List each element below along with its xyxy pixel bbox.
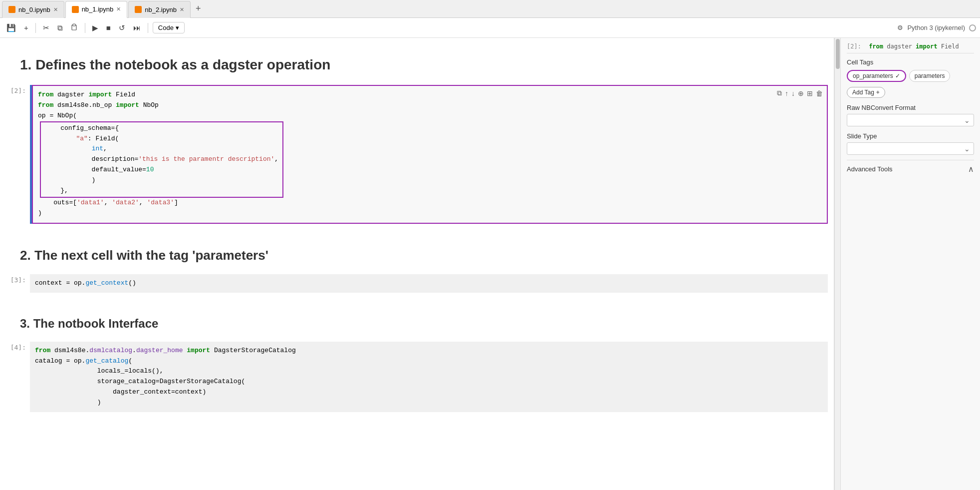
tag-op-parameters[interactable]: op_parameters ✓ — [847, 70, 906, 82]
cell-type-label: Code — [158, 24, 174, 31]
cell-tags-section-title: Cell Tags — [847, 58, 974, 66]
slide-type-wrapper: Slide Sub-Slide Fragment Skip Notes — [847, 142, 974, 155]
tab-nb1[interactable]: nb_1.ipynb ✕ — [65, 1, 128, 18]
cell2-right-section[interactable]: ⧉ ↑ ↓ ⊕ ⊞ 🗑 from dagster import Field fr… — [32, 85, 828, 224]
cell2-toolbar: ⧉ ↑ ↓ ⊕ ⊞ 🗑 — [777, 89, 823, 97]
restart-button[interactable]: ↺ — [116, 22, 128, 34]
copy-button[interactable]: ⧉ — [55, 22, 65, 34]
tag-op-parameters-label: op_parameters — [853, 72, 893, 79]
stop-button[interactable]: ■ — [104, 22, 113, 33]
tab-close-nb0[interactable]: ✕ — [53, 6, 58, 13]
raw-nbconvert-label: Raw NBConvert Format — [847, 104, 974, 111]
restart-run-button[interactable]: ⏭ — [131, 22, 143, 33]
cut-button[interactable]: ✂ — [40, 22, 52, 34]
kernel-info: ⚙ Python 3 (ipykernel) — [897, 24, 976, 31]
heading2-section: 2. The next cell with the tag 'parameter… — [0, 230, 834, 263]
heading1: 1. Defines the notebook as a dagster ope… — [20, 56, 814, 74]
tag-parameters[interactable]: parameters — [909, 70, 951, 82]
heading3-section: 3. The notbook Interface — [0, 299, 834, 331]
advanced-tools-section[interactable]: Advanced Tools ∧ — [847, 160, 974, 178]
notebook-inner: 1. Defines the notebook as a dagster ope… — [0, 38, 834, 438]
raw-nbconvert-select[interactable]: Markdown reST HTML LaTeX Script — [847, 114, 974, 126]
cell-type-selector[interactable]: Code ▾ — [153, 22, 185, 33]
add-tag-plus: + — [876, 89, 880, 96]
cell4-wrapper: [4]: from dsml4s8e.dsmlcatalog.dagster_h… — [0, 336, 834, 418]
save-button[interactable]: 💾 — [4, 22, 18, 34]
tab-nb2[interactable]: nb_2.ipynb ✕ — [128, 1, 191, 18]
code-cell-4: [4]: from dsml4s8e.dsmlcatalog.dagster_h… — [6, 342, 828, 412]
cell2-delete-btn[interactable]: 🗑 — [816, 89, 823, 97]
slide-type-label: Slide Type — [847, 132, 974, 140]
scrollbar-thumb[interactable] — [836, 39, 840, 69]
cell2-number: [2]: — [6, 85, 30, 94]
add-cell-button[interactable]: + — [21, 22, 31, 33]
cell3-body[interactable]: context = op.get_context() — [30, 274, 828, 293]
cell2-wrapper: [2]: ⧉ ↑ ↓ ⊕ ⊞ 🗑 — [0, 79, 834, 230]
tab-nb0[interactable]: nb_0.ipynb ✕ — [2, 1, 64, 18]
tab-favicon-nb2 — [135, 6, 142, 13]
code-cell-2: [2]: ⧉ ↑ ↓ ⊕ ⊞ 🗑 — [6, 85, 828, 224]
code-cell-3: [3]: context = op.get_context() — [6, 274, 828, 293]
tab-close-nb1[interactable]: ✕ — [116, 6, 121, 12]
cell4-code: from dsml4s8e.dsmlcatalog.dagster_home i… — [35, 346, 823, 408]
tab-favicon-nb0 — [8, 6, 15, 13]
tab-close-nb2[interactable]: ✕ — [180, 6, 184, 13]
cell-tags-container: op_parameters ✓ parameters — [847, 70, 974, 82]
cell2-move-down-btn[interactable]: ↓ — [791, 89, 795, 97]
tab-label-nb0: nb_0.ipynb — [18, 6, 50, 13]
cell2-copy-btn[interactable]: ⧉ — [777, 89, 782, 97]
advanced-tools-label: Advanced Tools — [847, 165, 893, 173]
add-tag-label: Add Tag — [852, 89, 874, 96]
tag-op-parameters-check: ✓ — [895, 72, 900, 79]
heading3: 3. The notbook Interface — [20, 317, 814, 331]
toolbar-separator-3 — [148, 23, 148, 33]
raw-nbconvert-wrapper: Markdown reST HTML LaTeX Script — [847, 114, 974, 126]
run-button[interactable]: ▶ — [90, 22, 101, 34]
notebook-area: 1. Defines the notebook as a dagster ope… — [0, 38, 834, 490]
kernel-label: Python 3 (ipykernel) — [907, 24, 965, 31]
cell-type-chevron: ▾ — [176, 24, 179, 31]
cell3-number: [3]: — [6, 274, 30, 284]
main-layout: 1. Defines the notebook as a dagster ope… — [0, 38, 980, 490]
new-tab-button[interactable]: + — [192, 3, 205, 14]
svg-rect-1 — [73, 24, 75, 26]
advanced-tools-chevron: ∧ — [968, 164, 974, 174]
cell3-code: context = op.get_context() — [35, 278, 823, 289]
heading1-section: 1. Defines the notebook as a dagster ope… — [0, 38, 834, 74]
paste-button[interactable] — [68, 22, 80, 33]
tab-bar: nb_0.ipynb ✕ nb_1.ipynb ✕ nb_2.ipynb ✕ + — [0, 0, 980, 18]
tab-favicon-nb1 — [72, 6, 79, 13]
cell2-split-btn[interactable]: ⊕ — [798, 89, 804, 97]
kernel-status-circle — [969, 24, 976, 31]
cell2-merge-btn[interactable]: ⊞ — [807, 89, 813, 97]
add-tag-wrapper: Add Tag + — [847, 87, 974, 98]
slide-type-select[interactable]: Slide Sub-Slide Fragment Skip Notes — [847, 142, 974, 155]
paste-icon — [71, 23, 78, 30]
notebook-scrollbar[interactable] — [834, 38, 840, 490]
cell2-body[interactable]: ⧉ ↑ ↓ ⊕ ⊞ 🗑 from dagster import Field fr… — [32, 85, 828, 224]
toolbar-separator-2 — [85, 23, 85, 33]
toolbar: 💾 + ✂ ⧉ ▶ ■ ↺ ⏭ Code ▾ ⚙ Python 3 (ipyke… — [0, 18, 980, 38]
cell3-wrapper: [3]: context = op.get_context() — [0, 268, 834, 299]
tab-label-nb1: nb_1.ipynb — [82, 5, 114, 13]
add-tag-button[interactable]: Add Tag + — [847, 87, 885, 98]
settings-icon[interactable]: ⚙ — [897, 24, 903, 31]
sidebar-code-preview: [2]: from dagster import Field — [847, 43, 974, 53]
toolbar-separator-1 — [35, 23, 36, 33]
cell2-code[interactable]: from dagster import Field from dsml4s8e.… — [38, 90, 822, 219]
cell2-move-up-btn[interactable]: ↑ — [785, 89, 788, 97]
sidebar: [2]: from dagster import Field Cell Tags… — [840, 38, 980, 490]
cell4-body[interactable]: from dsml4s8e.dsmlcatalog.dagster_home i… — [30, 342, 828, 412]
cell4-number: [4]: — [6, 342, 30, 351]
tab-label-nb2: nb_2.ipynb — [145, 6, 177, 13]
heading2: 2. The next cell with the tag 'parameter… — [20, 248, 814, 263]
tag-parameters-label: parameters — [915, 72, 945, 79]
